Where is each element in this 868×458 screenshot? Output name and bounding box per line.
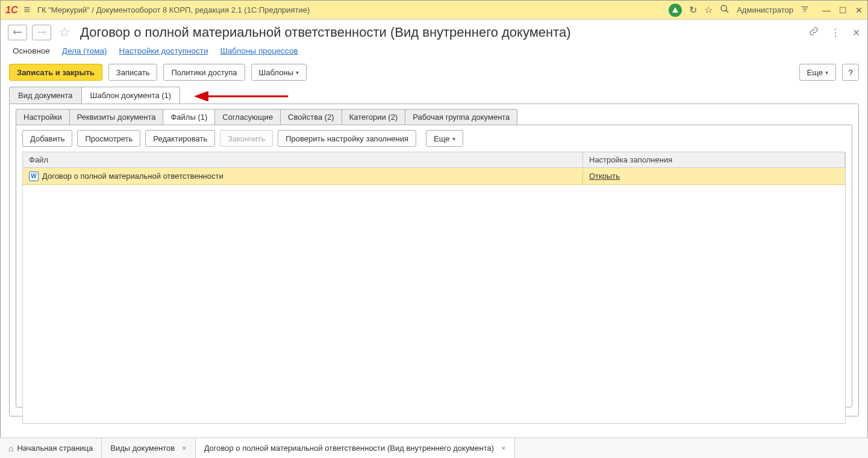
title-right-group: ↻ ☆ Администратор — ☐ ✕	[669, 4, 863, 17]
section-link-main[interactable]: Основное	[13, 46, 50, 55]
maximize-icon[interactable]: ☐	[839, 5, 847, 15]
task-close-icon[interactable]: ×	[501, 444, 506, 453]
col-fill-setting[interactable]: Настройка заполнения	[583, 152, 845, 167]
task-home[interactable]: ⌂ Начальная страница	[0, 438, 102, 458]
main-menu-icon[interactable]: ≡	[23, 4, 30, 16]
subtab-settings[interactable]: Настройки	[16, 109, 70, 125]
word-icon: W	[29, 172, 39, 181]
user-label[interactable]: Администратор	[737, 5, 793, 14]
link-icon[interactable]	[809, 26, 819, 39]
star-icon[interactable]: ☆	[58, 25, 70, 40]
subtab-approvers[interactable]: Согласующие	[214, 109, 281, 125]
subtab-properties[interactable]: Свойства (2)	[280, 109, 342, 125]
svg-line-1	[726, 10, 728, 13]
window-buttons: — ☐ ✕	[822, 5, 863, 15]
table-empty-area	[23, 185, 845, 423]
section-nav: Основное Дела (тома) Настройки доступнос…	[1, 43, 867, 61]
task-current[interactable]: Договор о полной материальной ответствен…	[196, 438, 515, 458]
file-name: Договор о полной материальной ответствен…	[42, 172, 223, 181]
view-button[interactable]: Просмотреть	[77, 130, 140, 147]
file-toolbar: Добавить Просмотреть Редактировать Закон…	[16, 125, 852, 152]
window-title: ГК "Меркурий" / Документооборот 8 КОРП, …	[37, 5, 310, 14]
nav-back-button[interactable]: 🡐	[8, 25, 27, 40]
task-current-label: Договор о полной материальной ответствен…	[204, 444, 494, 453]
search-icon[interactable]	[720, 4, 729, 16]
subtab-workgroup[interactable]: Рабочая группа документа	[405, 109, 517, 125]
open-link[interactable]: Открыть	[589, 172, 620, 181]
add-button[interactable]: Добавить	[22, 130, 72, 147]
col-file[interactable]: Файл	[23, 152, 583, 167]
template-panel: Настройки Реквизиты документа Файлы (1) …	[9, 104, 859, 416]
form-close-icon[interactable]: ✕	[852, 27, 860, 39]
minimize-icon[interactable]: —	[822, 5, 831, 15]
subtab-categories[interactable]: Категории (2)	[342, 109, 406, 125]
command-bar: Записать и закрыть Записать Политики дос…	[1, 61, 867, 87]
top-tabset: Вид документа Шаблон документа (1)	[1, 87, 867, 104]
home-icon: ⌂	[8, 444, 13, 453]
page-title: Договор о полной материальной ответствен…	[80, 25, 571, 40]
task-close-icon[interactable]: ×	[182, 444, 187, 453]
section-link-access[interactable]: Настройки доступности	[119, 46, 208, 55]
section-link-templates[interactable]: Шаблоны процессов	[220, 46, 298, 55]
settings-icon[interactable]	[801, 5, 809, 16]
files-panel: Добавить Просмотреть Редактировать Закон…	[16, 125, 852, 407]
file-more-button[interactable]: Еще	[426, 130, 463, 147]
favorite-icon[interactable]: ☆	[704, 4, 713, 16]
tab-doc-kind[interactable]: Вид документа	[9, 87, 82, 104]
table-header: Файл Настройка заполнения	[23, 152, 845, 168]
save-close-button[interactable]: Записать и закрыть	[9, 64, 102, 81]
task-doc-kinds-label: Виды документов	[110, 444, 175, 453]
title-bar: 1C ≡ ГК "Меркурий" / Документооборот 8 К…	[1, 1, 867, 20]
help-button[interactable]: ?	[842, 64, 859, 81]
close-icon[interactable]: ✕	[855, 5, 863, 15]
cell-file: W Договор о полной материальной ответств…	[23, 169, 583, 184]
cell-fill-setting: Открыть	[583, 169, 845, 183]
sub-tabset: Настройки Реквизиты документа Файлы (1) …	[10, 104, 858, 125]
files-table: Файл Настройка заполнения W Договор о по…	[22, 152, 846, 424]
form-header: 🡐 🡒 ☆ Договор о полной материальной отве…	[1, 20, 867, 43]
more-button[interactable]: Еще	[799, 64, 836, 81]
access-policies-button[interactable]: Политики доступа	[163, 64, 245, 81]
save-button[interactable]: Записать	[108, 64, 158, 81]
subtab-requisites[interactable]: Реквизиты документа	[69, 109, 164, 125]
subtab-files[interactable]: Файлы (1)	[163, 109, 215, 125]
section-link-dela[interactable]: Дела (тома)	[62, 46, 107, 55]
tab-doc-template[interactable]: Шаблон документа (1)	[81, 87, 181, 104]
templates-button[interactable]: Шаблоны	[251, 64, 307, 81]
finish-button: Закончить	[220, 130, 273, 147]
history-icon[interactable]: ↻	[689, 4, 697, 16]
taskbar: ⌂ Начальная страница Виды документов × Д…	[0, 438, 868, 458]
notifications-icon[interactable]	[669, 4, 682, 17]
check-fill-button[interactable]: Проверить настройку заполнения	[278, 130, 416, 147]
table-row[interactable]: W Договор о полной материальной ответств…	[23, 168, 845, 185]
svg-point-0	[721, 5, 726, 11]
edit-button[interactable]: Редактировать	[145, 130, 215, 147]
nav-forward-button[interactable]: 🡒	[32, 25, 51, 40]
app-logo-icon: 1C	[5, 5, 17, 16]
more-menu-icon[interactable]: ⋮	[831, 27, 840, 39]
task-doc-kinds[interactable]: Виды документов ×	[102, 438, 195, 458]
task-home-label: Начальная страница	[17, 444, 93, 453]
